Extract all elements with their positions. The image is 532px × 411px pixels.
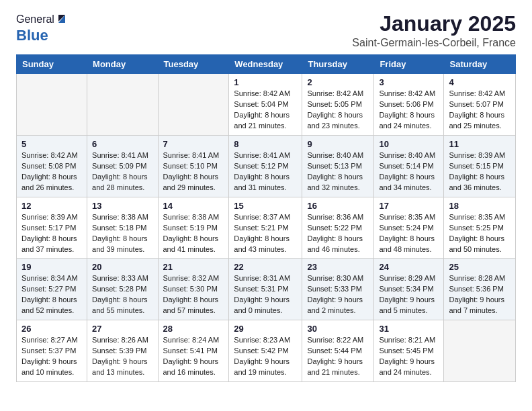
- header-tuesday: Tuesday: [158, 55, 229, 74]
- day-info: Sunrise: 8:36 AMSunset: 5:22 PMDaylight:…: [307, 212, 369, 255]
- calendar-day-cell: 6Sunrise: 8:41 AMSunset: 5:09 PMDaylight…: [87, 135, 158, 197]
- header-saturday: Saturday: [444, 55, 516, 74]
- day-info: Sunrise: 8:42 AMSunset: 5:07 PMDaylight:…: [449, 89, 511, 132]
- day-number: 23: [307, 262, 369, 272]
- day-info: Sunrise: 8:37 AMSunset: 5:21 PMDaylight:…: [234, 212, 297, 255]
- day-number: 26: [21, 324, 82, 334]
- logo-blue-text: Blue: [16, 27, 48, 44]
- day-info: Sunrise: 8:27 AMSunset: 5:37 PMDaylight:…: [21, 335, 82, 378]
- calendar-day-cell: 29Sunrise: 8:23 AMSunset: 5:42 PMDayligh…: [229, 320, 302, 382]
- logo-general-text: General: [16, 13, 54, 26]
- calendar-day-cell: [158, 74, 229, 136]
- calendar-day-cell: 1Sunrise: 8:42 AMSunset: 5:04 PMDaylight…: [229, 74, 302, 136]
- day-info: Sunrise: 8:38 AMSunset: 5:18 PMDaylight:…: [92, 212, 152, 255]
- calendar-day-cell: 18Sunrise: 8:35 AMSunset: 5:25 PMDayligh…: [444, 197, 516, 259]
- calendar-day-cell: 20Sunrise: 8:33 AMSunset: 5:28 PMDayligh…: [87, 259, 158, 320]
- calendar-day-cell: 31Sunrise: 8:21 AMSunset: 5:45 PMDayligh…: [374, 320, 444, 382]
- calendar-table: Sunday Monday Tuesday Wednesday Thursday…: [16, 54, 516, 382]
- day-number: 22: [234, 262, 297, 272]
- calendar-day-cell: 21Sunrise: 8:32 AMSunset: 5:30 PMDayligh…: [158, 259, 229, 320]
- day-number: 18: [449, 201, 511, 211]
- day-number: 29: [234, 324, 297, 334]
- day-info: Sunrise: 8:40 AMSunset: 5:14 PMDaylight:…: [379, 150, 439, 193]
- calendar-day-cell: 17Sunrise: 8:35 AMSunset: 5:24 PMDayligh…: [374, 197, 444, 259]
- day-info: Sunrise: 8:32 AMSunset: 5:30 PMDaylight:…: [163, 273, 224, 316]
- day-number: 13: [92, 201, 152, 211]
- day-number: 3: [379, 77, 439, 87]
- calendar-day-cell: 25Sunrise: 8:28 AMSunset: 5:36 PMDayligh…: [444, 259, 516, 320]
- logo-icon: [56, 12, 68, 24]
- day-info: Sunrise: 8:23 AMSunset: 5:42 PMDaylight:…: [234, 335, 297, 378]
- calendar-day-cell: 28Sunrise: 8:24 AMSunset: 5:41 PMDayligh…: [158, 320, 229, 382]
- day-number: 8: [234, 139, 297, 149]
- day-number: 9: [307, 139, 369, 149]
- day-number: 25: [449, 262, 511, 272]
- calendar-day-cell: 13Sunrise: 8:38 AMSunset: 5:18 PMDayligh…: [87, 197, 158, 259]
- calendar-day-cell: 27Sunrise: 8:26 AMSunset: 5:39 PMDayligh…: [87, 320, 158, 382]
- calendar-day-cell: [444, 320, 516, 382]
- weekday-header-row: Sunday Monday Tuesday Wednesday Thursday…: [17, 55, 516, 74]
- day-info: Sunrise: 8:30 AMSunset: 5:33 PMDaylight:…: [307, 273, 369, 316]
- calendar-week-row: 1Sunrise: 8:42 AMSunset: 5:04 PMDaylight…: [17, 74, 516, 136]
- day-info: Sunrise: 8:42 AMSunset: 5:06 PMDaylight:…: [379, 89, 439, 132]
- day-info: Sunrise: 8:42 AMSunset: 5:04 PMDaylight:…: [234, 89, 297, 132]
- header-sunday: Sunday: [17, 55, 87, 74]
- day-info: Sunrise: 8:22 AMSunset: 5:44 PMDaylight:…: [307, 335, 369, 378]
- calendar-day-cell: 8Sunrise: 8:41 AMSunset: 5:12 PMDaylight…: [229, 135, 302, 197]
- day-info: Sunrise: 8:40 AMSunset: 5:13 PMDaylight:…: [307, 150, 369, 193]
- calendar-day-cell: 3Sunrise: 8:42 AMSunset: 5:06 PMDaylight…: [374, 74, 444, 136]
- day-info: Sunrise: 8:41 AMSunset: 5:10 PMDaylight:…: [163, 150, 224, 193]
- day-number: 7: [163, 139, 224, 149]
- day-number: 10: [379, 139, 439, 149]
- day-number: 1: [234, 77, 297, 87]
- day-number: 16: [307, 201, 369, 211]
- day-info: Sunrise: 8:26 AMSunset: 5:39 PMDaylight:…: [92, 335, 152, 378]
- logo: General Blue: [16, 12, 68, 44]
- calendar-day-cell: 19Sunrise: 8:34 AMSunset: 5:27 PMDayligh…: [17, 259, 87, 320]
- day-number: 27: [92, 324, 152, 334]
- day-info: Sunrise: 8:28 AMSunset: 5:36 PMDaylight:…: [449, 273, 511, 316]
- calendar-day-cell: 24Sunrise: 8:29 AMSunset: 5:34 PMDayligh…: [374, 259, 444, 320]
- calendar-day-cell: 10Sunrise: 8:40 AMSunset: 5:14 PMDayligh…: [374, 135, 444, 197]
- day-info: Sunrise: 8:31 AMSunset: 5:31 PMDaylight:…: [234, 273, 297, 316]
- calendar-day-cell: 4Sunrise: 8:42 AMSunset: 5:07 PMDaylight…: [444, 74, 516, 136]
- day-number: 11: [449, 139, 511, 149]
- day-info: Sunrise: 8:24 AMSunset: 5:41 PMDaylight:…: [163, 335, 224, 378]
- day-info: Sunrise: 8:42 AMSunset: 5:05 PMDaylight:…: [307, 89, 369, 132]
- calendar-week-row: 26Sunrise: 8:27 AMSunset: 5:37 PMDayligh…: [17, 320, 516, 382]
- day-info: Sunrise: 8:41 AMSunset: 5:09 PMDaylight:…: [92, 150, 152, 193]
- calendar-week-row: 5Sunrise: 8:42 AMSunset: 5:08 PMDaylight…: [17, 135, 516, 197]
- day-number: 2: [307, 77, 369, 87]
- calendar-day-cell: 23Sunrise: 8:30 AMSunset: 5:33 PMDayligh…: [302, 259, 374, 320]
- day-number: 12: [21, 201, 82, 211]
- day-number: 5: [21, 139, 82, 149]
- calendar-day-cell: 2Sunrise: 8:42 AMSunset: 5:05 PMDaylight…: [302, 74, 374, 136]
- day-number: 4: [449, 77, 511, 87]
- calendar-day-cell: 7Sunrise: 8:41 AMSunset: 5:10 PMDaylight…: [158, 135, 229, 197]
- header-wednesday: Wednesday: [229, 55, 302, 74]
- calendar-day-cell: 9Sunrise: 8:40 AMSunset: 5:13 PMDaylight…: [302, 135, 374, 197]
- day-info: Sunrise: 8:34 AMSunset: 5:27 PMDaylight:…: [21, 273, 82, 316]
- calendar-day-cell: 30Sunrise: 8:22 AMSunset: 5:44 PMDayligh…: [302, 320, 374, 382]
- calendar-day-cell: 26Sunrise: 8:27 AMSunset: 5:37 PMDayligh…: [17, 320, 87, 382]
- calendar-day-cell: 14Sunrise: 8:38 AMSunset: 5:19 PMDayligh…: [158, 197, 229, 259]
- header-monday: Monday: [87, 55, 158, 74]
- calendar-day-cell: [17, 74, 87, 136]
- page-subtitle: Saint-Germain-les-Corbeil, France: [352, 37, 516, 49]
- day-number: 14: [163, 201, 224, 211]
- page: General Blue January 2025 Saint-Germain-…: [0, 0, 532, 394]
- day-number: 19: [21, 262, 82, 272]
- day-number: 17: [379, 201, 439, 211]
- calendar-day-cell: 22Sunrise: 8:31 AMSunset: 5:31 PMDayligh…: [229, 259, 302, 320]
- day-info: Sunrise: 8:29 AMSunset: 5:34 PMDaylight:…: [379, 273, 439, 316]
- header: General Blue January 2025 Saint-Germain-…: [16, 12, 516, 49]
- day-number: 6: [92, 139, 152, 149]
- day-info: Sunrise: 8:39 AMSunset: 5:17 PMDaylight:…: [21, 212, 82, 255]
- page-title: January 2025: [352, 12, 516, 36]
- calendar-day-cell: 11Sunrise: 8:39 AMSunset: 5:15 PMDayligh…: [444, 135, 516, 197]
- calendar-day-cell: 5Sunrise: 8:42 AMSunset: 5:08 PMDaylight…: [17, 135, 87, 197]
- day-info: Sunrise: 8:39 AMSunset: 5:15 PMDaylight:…: [449, 150, 511, 193]
- calendar-day-cell: 12Sunrise: 8:39 AMSunset: 5:17 PMDayligh…: [17, 197, 87, 259]
- calendar-day-cell: 16Sunrise: 8:36 AMSunset: 5:22 PMDayligh…: [302, 197, 374, 259]
- day-number: 21: [163, 262, 224, 272]
